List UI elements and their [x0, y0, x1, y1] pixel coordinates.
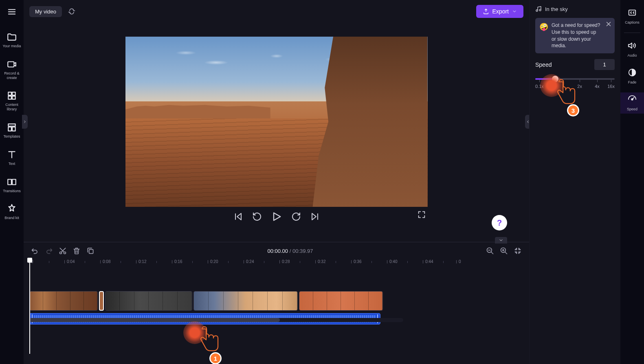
- fit-timeline-button[interactable]: [514, 247, 522, 255]
- templates-icon: [7, 122, 17, 133]
- svg-rect-10: [12, 127, 15, 131]
- emoji-icon: 🤪: [539, 22, 548, 49]
- nav-label: Transitions: [3, 189, 21, 193]
- skip-back-button[interactable]: [233, 212, 243, 221]
- zoom-in-button[interactable]: [500, 247, 508, 255]
- tab-speed[interactable]: Speed: [620, 92, 644, 114]
- undo-button[interactable]: [31, 247, 39, 255]
- svg-rect-9: [8, 127, 11, 131]
- delete-button[interactable]: [73, 247, 81, 255]
- nav-label: Content library: [1, 103, 23, 112]
- video-clip[interactable]: [193, 291, 298, 311]
- audio-icon: [628, 41, 637, 52]
- expand-left-handle[interactable]: [22, 115, 28, 129]
- svg-point-20: [631, 99, 633, 100]
- export-label: Export: [492, 8, 509, 15]
- export-button[interactable]: Export: [476, 5, 523, 18]
- music-icon: [535, 6, 542, 12]
- redo-button[interactable]: [45, 247, 53, 255]
- tab-audio[interactable]: Audio: [620, 39, 644, 60]
- speed-label: Speed: [535, 61, 552, 68]
- hamburger-menu[interactable]: [5, 5, 19, 19]
- media-icon: [7, 32, 17, 42]
- video-clip-selected[interactable]: [99, 291, 104, 311]
- timeline-scrollbar-track[interactable]: [29, 318, 403, 322]
- svg-rect-3: [8, 61, 14, 67]
- speed-slider[interactable]: 0.1x 2x 4x 16x: [535, 78, 615, 89]
- nav-text[interactable]: Text: [0, 147, 24, 169]
- captions-icon: [628, 8, 637, 19]
- tooltip-close-button[interactable]: [605, 20, 612, 28]
- brandkit-icon: [7, 204, 17, 214]
- audio-clip-name: In the sky: [545, 6, 568, 12]
- video-clip[interactable]: [105, 291, 192, 311]
- timeline-scrollbar-thumb[interactable]: [29, 318, 280, 322]
- chevron-down-icon: [512, 9, 517, 14]
- transitions-icon: [7, 177, 17, 187]
- svg-rect-6: [8, 96, 11, 99]
- speed-input[interactable]: [594, 59, 615, 70]
- skip-forward-button[interactable]: [310, 212, 320, 221]
- svg-rect-18: [629, 10, 636, 15]
- svg-rect-8: [8, 124, 15, 126]
- nav-templates[interactable]: Templates: [0, 120, 24, 141]
- play-button[interactable]: [271, 211, 282, 222]
- tab-captions[interactable]: Captions: [620, 6, 644, 27]
- record-icon: [7, 59, 17, 70]
- nav-label: Brand kit: [4, 216, 19, 220]
- svg-rect-4: [8, 92, 11, 96]
- nav-content-library[interactable]: Content library: [0, 88, 24, 114]
- timecode: 00:00.00 / 00:39.97: [267, 248, 313, 254]
- help-button[interactable]: ?: [492, 215, 507, 230]
- svg-rect-5: [12, 92, 15, 96]
- text-icon: [7, 149, 17, 160]
- forward-button[interactable]: [291, 212, 301, 221]
- speed-tooltip: 🤪 Got a need for speed? Use this to spee…: [535, 18, 615, 53]
- video-preview[interactable]: [125, 37, 428, 207]
- svg-rect-12: [12, 179, 16, 184]
- nav-label: Text: [9, 162, 15, 166]
- fade-icon: [628, 68, 637, 79]
- sync-icon[interactable]: [68, 7, 76, 15]
- playhead[interactable]: [29, 259, 30, 354]
- nav-label: Templates: [3, 134, 20, 139]
- collapse-timeline-button[interactable]: [495, 237, 507, 243]
- duplicate-button[interactable]: [86, 247, 95, 255]
- project-name[interactable]: My video: [29, 6, 62, 17]
- zoom-out-button[interactable]: [486, 247, 494, 255]
- tooltip-text: Got a need for speed? Use this to speed …: [552, 22, 601, 49]
- svg-rect-11: [8, 179, 11, 184]
- library-icon: [7, 90, 17, 101]
- nav-record-create[interactable]: Record & create: [0, 57, 24, 83]
- fullscreen-button[interactable]: [417, 210, 426, 219]
- tab-fade[interactable]: Fade: [620, 66, 644, 87]
- nav-brand-kit[interactable]: Brand kit: [0, 201, 24, 223]
- video-clip[interactable]: [299, 291, 383, 311]
- svg-rect-15: [89, 250, 93, 254]
- nav-your-media[interactable]: Your media: [0, 29, 24, 51]
- nav-transitions[interactable]: Transitions: [0, 174, 24, 196]
- video-clip[interactable]: [29, 291, 98, 311]
- video-track[interactable]: [29, 291, 523, 311]
- cut-button[interactable]: [59, 247, 67, 255]
- speed-icon: [628, 95, 637, 105]
- speed-slider-thumb[interactable]: [552, 76, 558, 82]
- nav-label: Your media: [2, 44, 21, 48]
- nav-label: Record & create: [1, 71, 23, 80]
- svg-rect-7: [12, 96, 15, 99]
- rewind-button[interactable]: [252, 212, 262, 221]
- timeline-ruler[interactable]: 0 0:04 0:08 0:12 0:16 0:20 0:24 0:28 0:3…: [29, 259, 523, 269]
